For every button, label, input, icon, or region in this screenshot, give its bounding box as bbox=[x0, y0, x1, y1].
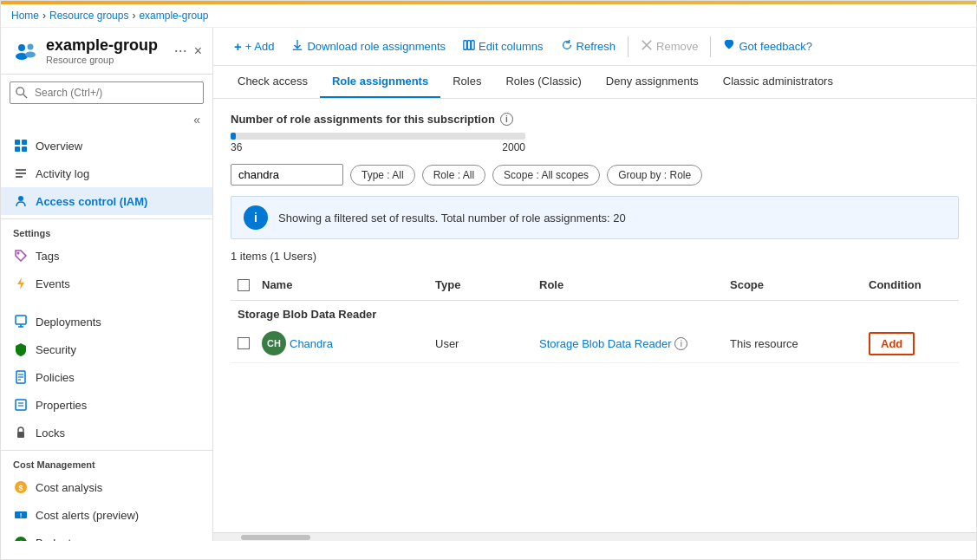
filters: Type : All Role : All Scope : All scopes… bbox=[231, 164, 959, 186]
sidebar-item-budgets[interactable]: $ Budgets bbox=[1, 529, 212, 541]
svg-point-2 bbox=[28, 43, 34, 49]
type-filter-btn[interactable]: Type : All bbox=[350, 165, 415, 186]
sidebar-item-security[interactable]: Security bbox=[1, 335, 212, 363]
sidebar-item-cost-analysis[interactable]: $ Cost analysis bbox=[1, 473, 212, 501]
tab-check-access[interactable]: Check access bbox=[225, 66, 320, 98]
cost-management-section-label: Cost Management bbox=[1, 450, 212, 473]
svg-rect-30 bbox=[464, 41, 467, 50]
feedback-button[interactable]: Got feedback? bbox=[714, 35, 821, 58]
sidebar-item-locks[interactable]: Locks bbox=[1, 419, 212, 446]
scrollbar-thumb[interactable] bbox=[241, 535, 310, 540]
content-body: Number of role assignments for this subs… bbox=[213, 99, 976, 532]
sidebar-collapse-btn[interactable]: « bbox=[188, 111, 205, 128]
tabs: Check access Role assignments Roles Role… bbox=[213, 66, 976, 99]
sidebar-item-policies[interactable]: Policies bbox=[1, 363, 212, 391]
person-group-icon bbox=[13, 39, 37, 63]
person-shield-icon bbox=[13, 193, 29, 209]
table-header-checkbox-cell bbox=[231, 276, 255, 295]
sidebar-item-cost-alerts-label: Cost alerts (preview) bbox=[36, 509, 139, 522]
svg-point-0 bbox=[18, 44, 25, 51]
user-name-link[interactable]: Chandra bbox=[290, 337, 333, 350]
table-cell-condition: Add bbox=[862, 329, 966, 359]
table-cell-role: Storage Blob Data Reader i bbox=[532, 334, 723, 354]
sidebar-header: example-group Resource group ··· × bbox=[1, 28, 212, 75]
table-cell-name: CH Chandra bbox=[255, 328, 428, 359]
remove-icon bbox=[641, 39, 653, 54]
progress-bar-wrap: 36 2000 bbox=[231, 133, 959, 153]
svg-rect-9 bbox=[16, 173, 26, 174]
table-group-label: Storage Blob Data Reader bbox=[231, 301, 959, 324]
horizontal-scrollbar[interactable] bbox=[213, 532, 976, 541]
table-header-checkbox[interactable] bbox=[238, 279, 250, 291]
table-col-condition: Condition bbox=[862, 275, 966, 295]
sidebar-item-properties[interactable]: Properties bbox=[1, 391, 212, 419]
svg-rect-8 bbox=[16, 169, 26, 171]
sidebar-item-access-control[interactable]: Access control (IAM) bbox=[1, 187, 212, 215]
table-cell-scope: This resource bbox=[723, 334, 862, 354]
settings-subsection bbox=[1, 301, 212, 308]
condition-add-button[interactable]: Add bbox=[869, 332, 915, 355]
refresh-icon bbox=[561, 39, 573, 54]
breadcrumb-example-group[interactable]: example-group bbox=[139, 10, 208, 22]
sidebar-item-events[interactable]: Events bbox=[1, 270, 212, 297]
refresh-button[interactable]: Refresh bbox=[552, 35, 625, 58]
properties-icon bbox=[13, 397, 29, 413]
sidebar-more-btn[interactable]: ··· bbox=[174, 42, 187, 60]
groupby-filter-btn[interactable]: Group by : Role bbox=[607, 165, 702, 186]
download-role-assignments-button[interactable]: Download role assignments bbox=[283, 35, 454, 58]
info-banner-text: Showing a filtered set of results. Total… bbox=[278, 212, 626, 225]
tab-classic-admins[interactable]: Classic administrators bbox=[711, 66, 845, 98]
tab-roles-classic[interactable]: Roles (Classic) bbox=[493, 66, 593, 98]
avatar: CH bbox=[262, 331, 286, 355]
settings-section-label: Settings bbox=[1, 218, 212, 242]
search-input[interactable] bbox=[10, 81, 204, 104]
progress-section-title: Number of role assignments for this subs… bbox=[231, 113, 959, 126]
tab-roles[interactable]: Roles bbox=[440, 66, 493, 98]
sidebar: example-group Resource group ··· × « Ove… bbox=[1, 28, 213, 541]
svg-point-3 bbox=[25, 51, 36, 57]
sidebar-item-tags-label: Tags bbox=[36, 250, 59, 263]
bolt-icon bbox=[13, 276, 29, 291]
sidebar-item-overview[interactable]: Overview bbox=[1, 132, 212, 160]
row-checkbox[interactable] bbox=[238, 337, 250, 349]
breadcrumb-home[interactable]: Home bbox=[11, 10, 39, 22]
svg-rect-6 bbox=[15, 147, 20, 152]
table-row: CH Chandra User Storage Blob Data Reader… bbox=[231, 324, 959, 363]
tab-deny-assignments[interactable]: Deny assignments bbox=[594, 66, 711, 98]
role-info-icon[interactable]: i bbox=[674, 337, 687, 350]
tag-icon bbox=[13, 248, 29, 264]
add-button[interactable]: + + Add bbox=[225, 35, 283, 58]
budget-icon: $ bbox=[13, 535, 29, 541]
cost-icon: $ bbox=[13, 479, 29, 495]
svg-rect-19 bbox=[16, 400, 26, 410]
breadcrumb-resource-groups[interactable]: Resource groups bbox=[49, 10, 128, 22]
sidebar-resource-type: Resource group bbox=[46, 55, 158, 65]
svg-point-12 bbox=[17, 252, 20, 255]
progress-labels: 36 2000 bbox=[231, 141, 525, 153]
progress-max: 2000 bbox=[502, 141, 525, 153]
sidebar-item-properties-label: Properties bbox=[36, 399, 87, 412]
sidebar-item-activity-log-label: Activity log bbox=[36, 167, 89, 180]
sidebar-search-wrap bbox=[1, 75, 212, 111]
scope-filter-btn[interactable]: Scope : All scopes bbox=[492, 165, 600, 186]
edit-columns-button[interactable]: Edit columns bbox=[454, 35, 551, 58]
sidebar-item-cost-alerts[interactable]: ! Cost alerts (preview) bbox=[1, 501, 212, 529]
sidebar-item-activity-log[interactable]: Activity log bbox=[1, 160, 212, 187]
tab-role-assignments[interactable]: Role assignments bbox=[320, 66, 440, 98]
progress-bar-fill bbox=[231, 133, 236, 140]
svg-rect-31 bbox=[467, 41, 471, 50]
sidebar-item-tags[interactable]: Tags bbox=[1, 242, 212, 270]
remove-button[interactable]: Remove bbox=[632, 35, 707, 58]
breadcrumb: Home › Resource groups › example-group bbox=[1, 4, 976, 28]
role-link[interactable]: Storage Blob Data Reader bbox=[539, 337, 671, 350]
close-panel-btn[interactable]: × bbox=[194, 43, 202, 59]
table-col-role: Role bbox=[532, 275, 723, 295]
progress-info-icon[interactable]: i bbox=[500, 113, 513, 126]
svg-point-11 bbox=[18, 196, 23, 201]
sidebar-item-deployments[interactable]: Deployments bbox=[1, 308, 212, 335]
main-content: + + Add Download role assignments Edit c… bbox=[213, 28, 976, 541]
toolbar: + + Add Download role assignments Edit c… bbox=[213, 28, 976, 66]
search-filter-input[interactable] bbox=[231, 164, 343, 186]
role-filter-btn[interactable]: Role : All bbox=[422, 165, 485, 186]
download-icon bbox=[291, 39, 303, 54]
